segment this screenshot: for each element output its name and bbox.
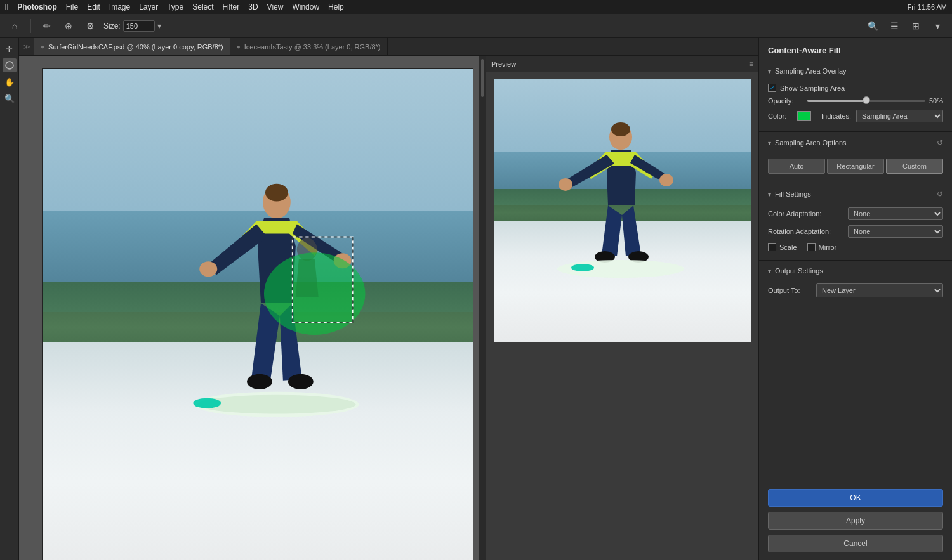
show-sampling-row: Show Sampling Area	[768, 84, 943, 92]
menu-filter[interactable]: Filter	[223, 3, 240, 11]
tab-2-label: IceceamIsTasty @ 33.3% (Layer 0, RGB/8*)	[244, 43, 381, 51]
divider-2	[759, 183, 952, 183]
opacity-slider-fill	[807, 100, 866, 102]
rectangular-btn[interactable]: Rectangular	[827, 159, 884, 174]
main-layout: ✛ ✋ 🔍 ≫ ● SurferGirlNeedsCAF.psd @ 40% (…	[0, 38, 952, 560]
divider-3	[759, 260, 952, 261]
color-adaptation-select[interactable]: None Default High Very High	[848, 207, 943, 220]
tab-2-close[interactable]: ●	[237, 43, 241, 50]
mirror-label: Mirror	[819, 244, 837, 251]
checkboxes-row: Scale Mirror	[768, 243, 943, 251]
toolbar-sep-2	[169, 19, 169, 33]
canvas-area: ≫ ● SurferGirlNeedsCAF.psd @ 40% (Layer …	[19, 38, 758, 560]
sampling-options-header[interactable]: ▾ Sampling Area Options ↺	[759, 133, 952, 152]
custom-btn[interactable]: Custom	[886, 159, 943, 174]
output-settings-content: Output To: Current Layer New Layer Dupli…	[759, 280, 952, 305]
toolbar-sep-1	[30, 19, 31, 33]
canvas-wrapper: Preview ≡	[19, 56, 758, 560]
hand-tool[interactable]: ✋	[3, 75, 17, 89]
tab-1[interactable]: ● SurferGirlNeedsCAF.psd @ 40% (Layer 0 …	[34, 38, 230, 55]
color-row: Color: Indicates: Sampling Area Excluded…	[768, 110, 943, 122]
color-label: Color:	[768, 112, 792, 120]
sampling-btn-group: Auto Rectangular Custom	[768, 159, 943, 174]
output-row: Output To: Current Layer New Layer Dupli…	[768, 283, 943, 297]
menu-view[interactable]: View	[267, 3, 284, 11]
opacity-label: Opacity:	[768, 97, 803, 105]
workspace-icon[interactable]: ▾	[929, 18, 946, 34]
left-toolbar: ✛ ✋ 🔍	[0, 38, 19, 560]
move-tool[interactable]: ✛	[3, 42, 17, 56]
mirror-checkbox[interactable]	[807, 243, 816, 251]
panel-bottom: OK Apply Cancel	[759, 481, 952, 560]
sampling-overlay-chevron: ▾	[768, 68, 771, 75]
preview-menu-icon[interactable]: ≡	[749, 60, 753, 68]
size-group: Size: ▾	[103, 20, 161, 32]
home-icon[interactable]: ⌂	[6, 18, 23, 34]
main-canvas[interactable]	[19, 56, 479, 560]
sampling-options-reset-icon[interactable]: ↺	[937, 138, 943, 147]
rotation-adaptation-row: Rotation Adaptation: None Low Medium Hig…	[768, 225, 943, 238]
preview-panel: Preview ≡	[486, 56, 758, 560]
target-icon[interactable]: ⊕	[60, 18, 77, 34]
menu-window[interactable]: Window	[292, 3, 319, 11]
menu-bar-left:  Photoshop File Edit Image Layer Type S…	[5, 2, 344, 12]
tab-overflow-left[interactable]: ≫	[19, 38, 34, 55]
scale-checkbox[interactable]	[768, 243, 776, 251]
menu-photoshop[interactable]: Photoshop	[17, 3, 57, 11]
settings-icon[interactable]: ⚙	[82, 18, 98, 34]
search-icon[interactable]: 🔍	[864, 18, 881, 34]
zoom-tool[interactable]: 🔍	[3, 91, 17, 105]
menu-type[interactable]: Type	[167, 3, 183, 11]
tab-1-close[interactable]: ●	[41, 43, 44, 50]
size-label: Size:	[103, 22, 121, 30]
fill-settings-reset-icon[interactable]: ↺	[937, 190, 943, 199]
svg-point-14	[611, 122, 630, 136]
brush-icon[interactable]: ✏	[39, 18, 55, 34]
color-adaptation-label: Color Adaptation:	[768, 210, 844, 218]
menu-help[interactable]: Help	[328, 3, 344, 11]
canvas-divider[interactable]	[479, 56, 486, 560]
indicates-label: Indicates:	[821, 112, 851, 120]
output-settings-header[interactable]: ▾ Output Settings	[759, 262, 952, 280]
menu-bar:  Photoshop File Edit Image Layer Type S…	[0, 0, 952, 14]
color-adaptation-row: Color Adaptation: None Default High Very…	[768, 207, 943, 220]
opacity-slider-thumb[interactable]	[863, 96, 870, 104]
auto-btn[interactable]: Auto	[768, 159, 825, 174]
tab-1-label: SurferGirlNeedsCAF.psd @ 40% (Layer 0 co…	[48, 43, 223, 51]
panel-title: Content-Aware Fill	[759, 38, 952, 62]
ok-button[interactable]: OK	[768, 489, 943, 507]
fill-settings-content: Color Adaptation: None Default High Very…	[759, 204, 952, 259]
apply-button[interactable]: Apply	[768, 512, 943, 530]
output-label: Output To:	[768, 287, 812, 294]
show-sampling-checkbox[interactable]	[768, 84, 776, 92]
output-settings-title: Output Settings	[775, 267, 943, 275]
menu-layer[interactable]: Layer	[139, 3, 158, 11]
menu-select[interactable]: Select	[192, 3, 213, 11]
output-settings-chevron: ▾	[768, 268, 771, 275]
rotation-adaptation-select[interactable]: None Low Medium High Full	[848, 225, 943, 238]
menu-bar-right: Fri 11:56 AM	[908, 0, 947, 14]
output-select[interactable]: Current Layer New Layer Duplicate Layer	[816, 283, 943, 297]
layers-icon[interactable]: ☰	[886, 18, 902, 34]
arrange-icon[interactable]: ⊞	[908, 18, 924, 34]
color-swatch[interactable]	[797, 111, 811, 121]
fill-settings-header[interactable]: ▾ Fill Settings ↺	[759, 185, 952, 204]
menu-edit[interactable]: Edit	[87, 3, 100, 11]
menu-image[interactable]: Image	[109, 3, 130, 11]
svg-point-16	[659, 174, 673, 186]
tab-bar: ≫ ● SurferGirlNeedsCAF.psd @ 40% (Layer …	[19, 38, 758, 56]
size-input[interactable]	[123, 20, 155, 32]
size-dropdown-icon[interactable]: ▾	[157, 22, 161, 30]
cancel-button[interactable]: Cancel	[768, 535, 943, 552]
opacity-slider-track[interactable]	[807, 100, 925, 102]
fill-settings-title: Fill Settings	[775, 190, 933, 198]
sampling-overlay-header[interactable]: ▾ Sampling Area Overlay	[759, 62, 952, 80]
menu-file[interactable]: File	[66, 3, 78, 11]
lasso-tool[interactable]	[3, 58, 17, 72]
apple-menu[interactable]: 	[5, 2, 8, 12]
indicates-select[interactable]: Sampling Area Excluded Area	[856, 110, 943, 122]
opacity-value[interactable]: 50%	[929, 97, 943, 105]
menu-3d[interactable]: 3D	[248, 3, 258, 11]
sampling-options-title: Sampling Area Options	[775, 139, 933, 147]
tab-2[interactable]: ● IceceamIsTasty @ 33.3% (Layer 0, RGB/8…	[230, 38, 388, 55]
